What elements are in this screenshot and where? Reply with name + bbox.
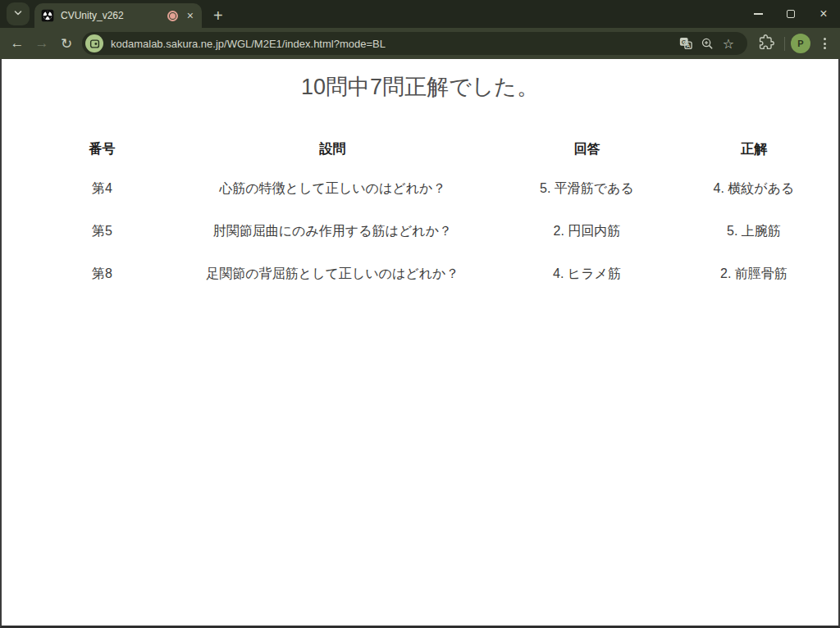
tab-close-icon[interactable]: × (185, 9, 195, 22)
window-controls: × (742, 0, 840, 28)
tab-recording-icon (167, 11, 178, 21)
minimize-button[interactable] (742, 0, 774, 28)
puzzle-icon (759, 34, 774, 53)
browser-window: CVUnity_v262 × + × ← → ↻ kodamalab.sakur… (0, 0, 840, 628)
answer-cell: 5. 平滑筋である (484, 168, 691, 211)
page-title: 10問中7問正解でした。 (2, 72, 838, 102)
extensions-button[interactable] (754, 31, 778, 56)
kebab-menu-icon (824, 38, 826, 40)
table-row: 第5 肘関節屈曲にのみ作用する筋はどれか？ 2. 円回内筋 5. 上腕筋 (23, 211, 818, 253)
number-cell: 第5 (23, 211, 182, 253)
answer-cell: 4. ヒラメ筋 (484, 253, 691, 296)
zoom-icon[interactable] (696, 33, 718, 54)
translate-icon[interactable]: G A (675, 33, 696, 54)
header-correct: 正解 (690, 131, 817, 168)
toolbar-divider (784, 37, 785, 51)
close-icon: × (819, 7, 827, 20)
page-content: 10問中7問正解でした。 番号 設問 回答 正解 第4 心筋の特徴として正しいの… (0, 59, 840, 628)
svg-text:A: A (687, 43, 691, 48)
table-row: 第8 足関節の背屈筋として正しいのはどれか？ 4. ヒラメ筋 2. 前脛骨筋 (23, 253, 818, 296)
number-cell: 第8 (23, 253, 182, 296)
reload-button[interactable]: ↻ (54, 31, 79, 56)
table-header-row: 番号 設問 回答 正解 (23, 131, 818, 168)
correct-cell: 2. 前脛骨筋 (690, 253, 817, 296)
tab-strip: CVUnity_v262 × + × (0, 0, 840, 28)
forward-button[interactable]: → (30, 31, 54, 56)
site-info-icon[interactable] (85, 34, 103, 52)
back-button[interactable]: ← (5, 31, 30, 56)
new-tab-button[interactable]: + (213, 7, 223, 24)
browser-tab[interactable]: CVUnity_v262 × (34, 3, 202, 28)
bookmark-star-icon[interactable]: ☆ (718, 33, 739, 54)
browser-menu-button[interactable] (814, 33, 835, 54)
table-row: 第4 心筋の特徴として正しいのはどれか？ 5. 平滑筋である 4. 横紋がある (23, 168, 818, 211)
chevron-down-icon (13, 7, 23, 21)
minimize-icon (754, 13, 763, 15)
header-answer: 回答 (484, 131, 691, 168)
correct-cell: 4. 横紋がある (690, 168, 817, 211)
number-cell: 第4 (23, 168, 182, 211)
correct-cell: 5. 上腕筋 (690, 211, 817, 253)
close-button[interactable]: × (807, 0, 840, 28)
tab-title: CVUnity_v262 (61, 10, 167, 21)
question-cell: 足関節の背屈筋として正しいのはどれか？ (181, 253, 483, 296)
header-question: 設問 (181, 131, 483, 168)
maximize-button[interactable] (774, 0, 807, 28)
maximize-icon (787, 10, 795, 18)
question-cell: 心筋の特徴として正しいのはどれか？ (181, 168, 483, 211)
results-table: 番号 設問 回答 正解 第4 心筋の特徴として正しいのはどれか？ 5. 平滑筋で… (23, 131, 818, 296)
profile-avatar[interactable]: P (791, 34, 810, 53)
url-text[interactable]: kodamalab.sakura.ne.jp/WGL/M2E1/index.ht… (111, 38, 675, 50)
answer-cell: 2. 円回内筋 (484, 211, 691, 253)
browser-toolbar: ← → ↻ kodamalab.sakura.ne.jp/WGL/M2E1/in… (0, 28, 840, 59)
tab-search-button[interactable] (7, 2, 30, 25)
address-bar[interactable]: kodamalab.sakura.ne.jp/WGL/M2E1/index.ht… (82, 32, 747, 55)
header-number: 番号 (23, 131, 182, 168)
question-cell: 肘関節屈曲にのみ作用する筋はどれか？ (181, 211, 483, 253)
favicon-icon (41, 9, 54, 22)
